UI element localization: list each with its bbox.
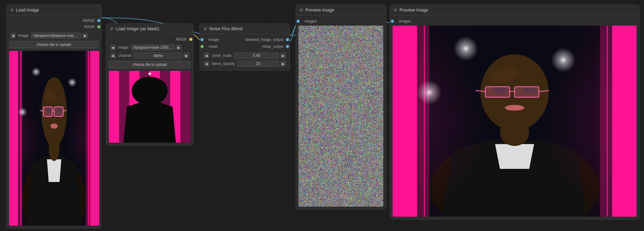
mask-image-input-row: ◀ image clipspace-mask-1393476.9.png ▶: [109, 43, 191, 52]
load-mask-header: Load Image (as Mask): [106, 24, 193, 34]
load-mask-node: Load Image (as Mask) MASK ◀ image clipsp…: [106, 23, 193, 145]
channel-value[interactable]: alpha: [134, 52, 182, 59]
preview1-title: Preview Image: [305, 7, 334, 12]
load-image-preview: [9, 51, 99, 226]
mask-input-port[interactable]: [201, 45, 204, 48]
mask-output-port[interactable]: [97, 25, 100, 28]
preview1-header: Preview Image: [296, 5, 386, 15]
load-mask-title: Load Image (as Mask): [116, 26, 159, 31]
image-in-label: image: [207, 37, 220, 42]
load-image-body: IMAGE MASK ◀ image clipspace/clipspace-m…: [7, 15, 101, 228]
noise-scale-prev-btn[interactable]: ◀: [204, 53, 209, 58]
image-input-row: ◀ image clipspace/clipspace-mask-142555.…: [9, 32, 99, 40]
image-filename[interactable]: clipspace/clipspace-mask-142555...: [31, 32, 81, 39]
preview1-noise-image: [298, 26, 383, 207]
preview-image-1-node: Preview Image images: [296, 5, 386, 209]
blend-opacity-next-btn[interactable]: ▶: [280, 61, 286, 66]
noise-out-label: noise_output: [261, 44, 285, 49]
preview1-body: images: [296, 15, 386, 209]
load-image-upload-btn[interactable]: choose file to upload: [9, 41, 99, 48]
noise-output-port[interactable]: [286, 45, 289, 48]
preview2-header: Preview Image: [390, 5, 639, 15]
image-prev-btn[interactable]: ◀: [10, 33, 16, 38]
mask-image-label: image: [117, 45, 130, 50]
blend-opacity-row: ◀ blend_opacity 20 ▶: [202, 60, 287, 68]
image-next-btn[interactable]: ▶: [82, 33, 88, 38]
load-image-header: Load Image: [7, 5, 101, 15]
noise-scale-next-btn[interactable]: ▶: [280, 53, 286, 58]
mask-out-port-label: MASK: [175, 37, 188, 42]
channel-prev-btn[interactable]: ◀: [110, 53, 116, 58]
image-output-port[interactable]: [97, 19, 100, 22]
mask-image-prev-btn[interactable]: ◀: [110, 45, 116, 50]
preview2-status-dot: [394, 8, 397, 12]
preview-image-2-node: Preview Image images: [390, 5, 639, 219]
load-image-node: Load Image IMAGE MASK ◀ image clipspace/…: [6, 5, 101, 229]
image-out-label: IMAGE: [81, 18, 96, 23]
load-mask-upload-btn[interactable]: choose file to upload: [109, 61, 191, 68]
preview2-images-port[interactable]: [391, 20, 394, 23]
noise-blend-body: image blended_image_output mask noise_ou…: [200, 34, 290, 70]
blend-opacity-label: blend_opacity: [211, 61, 236, 66]
channel-label: channel: [117, 53, 133, 58]
preview2-body: images: [390, 15, 639, 219]
preview2-portrait-image: [393, 26, 637, 217]
blended-output-port[interactable]: [286, 38, 289, 41]
blend-opacity-prev-btn[interactable]: ◀: [204, 61, 209, 66]
mask-image-filename[interactable]: clipspace-mask-1393476.9.png: [131, 44, 175, 51]
channel-input-row: ◀ channel alpha ▶: [109, 52, 191, 60]
noise-blend-header: Noise Plus Blend: [200, 24, 290, 34]
noise-blend-status-dot: [204, 27, 207, 30]
mask-node-status-dot: [110, 27, 113, 30]
noise-blend-title: Noise Plus Blend: [209, 26, 243, 31]
noise-scale-label: noise_scale: [211, 53, 233, 58]
preview1-images-label: images: [303, 19, 318, 23]
mask-out-label: MASK: [83, 25, 96, 29]
mask-image-next-btn[interactable]: ▶: [176, 45, 182, 50]
preview2-title: Preview Image: [399, 7, 429, 12]
blended-out-label: blended_image_output: [244, 37, 285, 42]
mask-in-label: mask: [207, 44, 219, 49]
noise-scale-value[interactable]: 0.40: [234, 52, 279, 59]
load-image-title: Load Image: [16, 7, 39, 12]
preview2-images-label: images: [398, 19, 412, 23]
image-field-label: image: [17, 33, 30, 38]
preview1-images-port[interactable]: [297, 20, 300, 23]
load-mask-preview: [109, 71, 191, 143]
noise-scale-row: ◀ noise_scale 0.40 ▶: [202, 52, 287, 60]
node-status-dot: [10, 8, 13, 12]
load-mask-body: MASK ◀ image clipspace-mask-1393476.9.pn…: [106, 34, 193, 145]
blend-opacity-value[interactable]: 20: [237, 61, 279, 67]
image-input-port[interactable]: [201, 38, 204, 41]
channel-next-btn[interactable]: ▶: [184, 53, 189, 58]
noise-blend-node: Noise Plus Blend image blended_image_out…: [200, 23, 290, 71]
preview1-status-dot: [300, 8, 303, 12]
mask-output-port-2[interactable]: [189, 38, 192, 41]
